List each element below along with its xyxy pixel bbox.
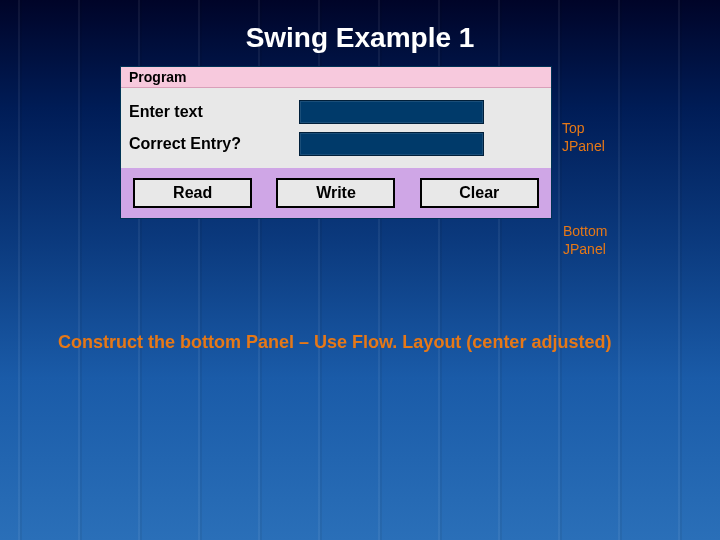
bottom-jpanel: Read Write Clear xyxy=(121,168,551,218)
write-button[interactable]: Write xyxy=(276,178,395,208)
annotation-top-jpanel: Top JPanel xyxy=(562,120,605,155)
program-window: Program Enter text Correct Entry? Read W… xyxy=(120,66,552,219)
slide-title: Swing Example 1 xyxy=(0,22,720,54)
label-enter-text: Enter text xyxy=(129,103,299,121)
annotation-top-line2: JPanel xyxy=(562,138,605,154)
row-enter-text: Enter text xyxy=(129,98,543,126)
input-enter-text[interactable] xyxy=(299,100,484,124)
top-jpanel: Enter text Correct Entry? xyxy=(121,88,551,168)
annotation-bot-line1: Bottom xyxy=(563,223,607,239)
label-correct-entry: Correct Entry? xyxy=(129,135,299,153)
input-correct-entry[interactable] xyxy=(299,132,484,156)
slide: Swing Example 1 Program Enter text Corre… xyxy=(0,0,720,540)
window-titlebar: Program xyxy=(121,67,551,88)
annotation-bot-line2: JPanel xyxy=(563,241,606,257)
row-correct-entry: Correct Entry? xyxy=(129,130,543,158)
clear-button[interactable]: Clear xyxy=(420,178,539,208)
annotation-top-line1: Top xyxy=(562,120,585,136)
slide-caption: Construct the bottom Panel – Use Flow. L… xyxy=(58,330,668,355)
annotation-bottom-jpanel: Bottom JPanel xyxy=(563,223,607,258)
read-button[interactable]: Read xyxy=(133,178,252,208)
